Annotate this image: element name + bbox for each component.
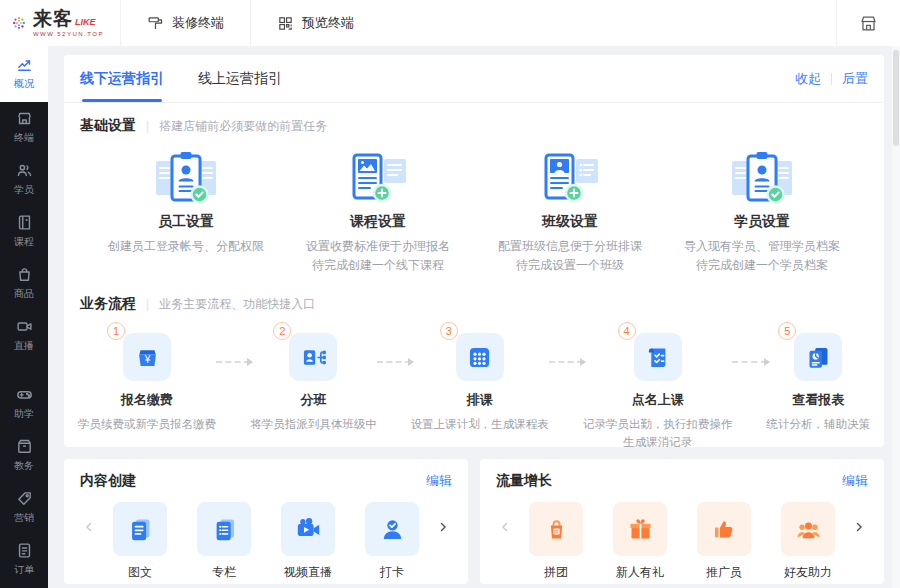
step-scheduling[interactable]: 3 排课 设置上课计划，生成课程表 bbox=[411, 329, 549, 433]
decorate-terminal-button[interactable]: 装修终端 bbox=[120, 0, 250, 46]
item-check-in[interactable]: 打卡 bbox=[365, 502, 419, 581]
card-title: 学员设置 bbox=[734, 213, 790, 231]
card-title: 课程设置 bbox=[350, 213, 406, 231]
panel-body: 拼 拼团 bbox=[496, 502, 868, 581]
divider: | bbox=[146, 119, 149, 133]
carousel-next-button[interactable] bbox=[850, 520, 868, 534]
tab-offline-guide[interactable]: 线下运营指引 bbox=[80, 55, 164, 102]
panel-header: 内容创建 编辑 bbox=[80, 472, 452, 490]
class-document-icon bbox=[534, 149, 606, 205]
item-label: 专栏 bbox=[212, 564, 236, 581]
item-label: 图文 bbox=[128, 564, 152, 581]
defer-link[interactable]: 后置 bbox=[842, 70, 868, 88]
sidebar-item-study-aid[interactable]: 助学 bbox=[0, 378, 48, 430]
sidebar-item-terminal[interactable]: 终端 bbox=[0, 102, 48, 154]
step-roll-call[interactable]: 4 点名上课 记录学员出勤，执行扣费操作 生成课消记录 bbox=[583, 329, 733, 447]
carousel-prev-button[interactable] bbox=[80, 520, 98, 534]
item-article[interactable]: 图文 bbox=[113, 502, 167, 581]
sidebar-item-label: 概况 bbox=[14, 77, 34, 91]
sidebar-item-label: 教务 bbox=[14, 459, 34, 473]
step-desc-line1: 统计分析，辅助决策 bbox=[767, 415, 871, 433]
step-number: 4 bbox=[618, 322, 636, 340]
item-label: 拼团 bbox=[544, 564, 568, 581]
course-document-icon bbox=[342, 149, 414, 205]
business-flow-header: 业务流程 | 业务主要流程、功能快捷入口 bbox=[64, 281, 884, 313]
step-number: 1 bbox=[107, 322, 125, 340]
price-tag-icon bbox=[16, 490, 33, 507]
sidebar: 概况 终端 学员 课程 商品 直播 助学 bbox=[0, 46, 48, 588]
brand-badge: LIKE bbox=[75, 18, 96, 27]
panel-title: 流量增长 bbox=[496, 472, 552, 490]
brand-text: 来客 LIKE WWW.52YUN.TOP bbox=[33, 9, 104, 37]
shopping-bag-icon bbox=[16, 266, 33, 283]
package-icon bbox=[16, 438, 33, 455]
step-title: 排课 bbox=[467, 391, 493, 409]
card-desc-line2: 待完成设置一个班级 bbox=[516, 256, 624, 275]
logo[interactable]: 来客 LIKE WWW.52YUN.TOP bbox=[0, 8, 120, 38]
card-desc-line1: 创建员工登录帐号、分配权限 bbox=[108, 237, 264, 256]
sidebar-item-live[interactable]: 直播 bbox=[0, 310, 48, 362]
step-desc-line1: 学员续费或新学员报名缴费 bbox=[78, 415, 216, 433]
step-view-reports[interactable]: 5 查看报表 统计分析，辅助决策 bbox=[767, 329, 871, 433]
people-icon bbox=[16, 162, 33, 179]
sidebar-item-orders[interactable]: 订单 bbox=[0, 534, 48, 586]
item-friend-boost[interactable]: 好友助力 bbox=[781, 502, 835, 581]
sidebar-item-courses[interactable]: 课程 bbox=[0, 206, 48, 258]
divider bbox=[831, 73, 832, 85]
carousel-next-button[interactable] bbox=[434, 520, 452, 534]
collapse-link[interactable]: 收起 bbox=[795, 70, 821, 88]
item-label: 推广员 bbox=[706, 564, 742, 581]
sidebar-item-academic[interactable]: 教务 bbox=[0, 430, 48, 482]
page-scrollbar[interactable] bbox=[892, 46, 900, 588]
friends-group-icon bbox=[781, 502, 835, 556]
sidebar-item-goods[interactable]: 商品 bbox=[0, 258, 48, 310]
edit-link[interactable]: 编辑 bbox=[426, 472, 452, 490]
card-title: 员工设置 bbox=[158, 213, 214, 231]
carousel-prev-button[interactable] bbox=[496, 520, 514, 534]
tab-online-guide[interactable]: 线上运营指引 bbox=[198, 55, 282, 102]
brand-logo-icon bbox=[12, 8, 26, 38]
item-promoter[interactable]: 推广员 bbox=[697, 502, 751, 581]
check-in-icon bbox=[365, 502, 419, 556]
item-group-buy[interactable]: 拼 拼团 bbox=[529, 502, 583, 581]
edit-link[interactable]: 编辑 bbox=[842, 472, 868, 490]
panel-items: 图文 专栏 bbox=[98, 502, 434, 581]
panel-body: 图文 专栏 bbox=[80, 502, 452, 581]
step-class-assignment[interactable]: 2 分班 将学员指派到具体班级中 bbox=[250, 329, 377, 433]
card-class-setup[interactable]: 班级设置 配置班级信息便于分班排课 待完成设置一个班级 bbox=[474, 149, 666, 275]
sidebar-item-label: 终端 bbox=[14, 131, 34, 145]
payment-bag-icon: ¥ bbox=[123, 333, 171, 381]
sidebar-item-overview[interactable]: 概况 bbox=[0, 46, 48, 102]
column-icon bbox=[197, 502, 251, 556]
section-subtitle: 业务主要流程、功能快捷入口 bbox=[159, 296, 315, 313]
section-title: 业务流程 bbox=[80, 295, 136, 313]
book-icon bbox=[16, 214, 33, 231]
sidebar-item-students[interactable]: 学员 bbox=[0, 154, 48, 206]
card-staff-setup[interactable]: 员工设置 创建员工登录帐号、分配权限 bbox=[90, 149, 282, 275]
student-clipboard-icon bbox=[726, 149, 798, 205]
thumbs-up-icon bbox=[697, 502, 751, 556]
qr-code-icon bbox=[277, 15, 294, 32]
scrollbar-thumb[interactable] bbox=[893, 50, 899, 146]
video-camera-icon bbox=[16, 318, 33, 335]
svg-text:¥: ¥ bbox=[143, 354, 150, 365]
gift-icon bbox=[613, 502, 667, 556]
sidebar-item-label: 商品 bbox=[14, 287, 34, 301]
card-course-setup[interactable]: 课程设置 设置收费标准便于办理报名 待完成创建一个线下课程 bbox=[282, 149, 474, 275]
sidebar-item-marketing[interactable]: 营销 bbox=[0, 482, 48, 534]
step-title: 报名缴费 bbox=[121, 391, 173, 409]
item-newcomer-gift[interactable]: 新人有礼 bbox=[613, 502, 667, 581]
item-label: 好友助力 bbox=[784, 564, 832, 581]
step-enrollment-payment[interactable]: 1 ¥ 报名缴费 学员续费或新学员报名缴费 bbox=[78, 329, 216, 433]
item-video-live[interactable]: 视频直播 bbox=[281, 502, 335, 581]
preview-terminal-button[interactable]: 预览终端 bbox=[250, 0, 380, 46]
divider: | bbox=[146, 297, 149, 311]
item-label: 打卡 bbox=[380, 564, 404, 581]
card-student-setup[interactable]: 学员设置 导入现有学员、管理学员档案 待完成创建一个学员档案 bbox=[666, 149, 858, 275]
preview-terminal-label: 预览终端 bbox=[302, 14, 354, 32]
storefront-icon[interactable] bbox=[859, 14, 878, 33]
item-column[interactable]: 专栏 bbox=[197, 502, 251, 581]
paint-roller-icon bbox=[147, 15, 164, 32]
step-title: 点名上课 bbox=[632, 391, 684, 409]
topbar-right bbox=[836, 0, 900, 46]
